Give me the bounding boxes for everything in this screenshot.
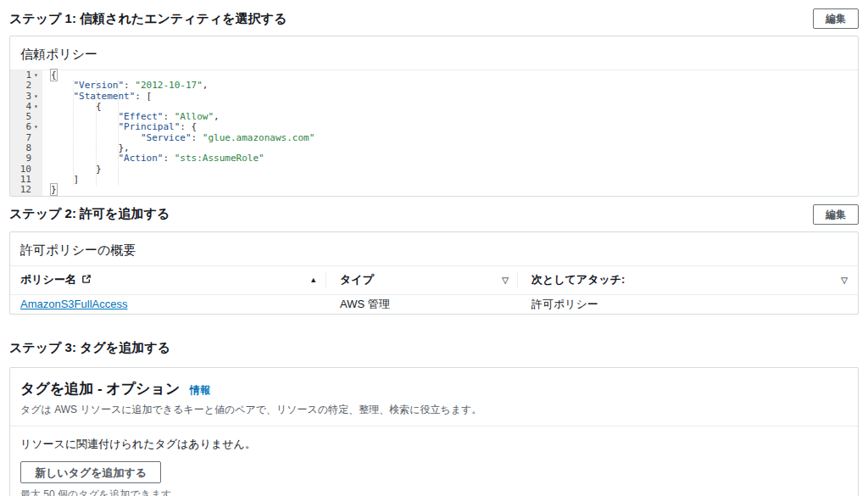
tags-card: タグを追加 - オプション 情報 タグは AWS リソースに追加できるキーと値の… [9, 367, 859, 496]
policy-attached-as-cell: 許可ポリシー [531, 297, 848, 312]
column-header-type[interactable]: タイプ ▽ [340, 272, 518, 287]
column-label: 次としてアタッチ: [531, 272, 625, 287]
fold-arrow-icon[interactable]: ▾ [33, 70, 42, 81]
step1-heading: ステップ 1: 信頼されたエンティティを選択する [9, 11, 287, 27]
info-link[interactable]: 情報 [190, 384, 210, 396]
column-header-policy-name[interactable]: ポリシー名 ▲ [20, 272, 326, 287]
code-lines: 1▾{2 "Version": "2012-10-17",3▾ "Stateme… [10, 70, 858, 196]
code-line: 11 ] [10, 175, 858, 185]
editor-gutter-cell: 9 [10, 153, 42, 164]
code-line: 3▾ "Statement": [ [10, 92, 858, 102]
fold-arrow-icon[interactable]: ▾ [33, 102, 42, 112]
line-number: 2 [25, 81, 33, 91]
tags-description: タグは AWS リソースに追加できるキーと値のペアで、リソースの特定、整理、検索… [20, 403, 848, 417]
policy-type-cell: AWS 管理 [340, 297, 518, 312]
step2-edit-button[interactable]: 編集 [813, 204, 859, 225]
tags-card-header: タグを追加 - オプション 情報 タグは AWS リソースに追加できるキーと値の… [10, 368, 858, 426]
trust-policy-card: 信頼ポリシー 1▾{2 "Version": "2012-10-17",3▾ "… [9, 36, 859, 197]
editor-gutter-cell: 2 [10, 81, 42, 91]
fold-arrow-icon[interactable]: ▾ [33, 92, 42, 102]
filter-icon[interactable]: ▽ [502, 276, 509, 285]
tags-limit-note: 最大 50 個のタグを追加できます。 [20, 488, 848, 496]
line-number: 9 [25, 153, 33, 164]
column-label: ポリシー名 [20, 272, 76, 287]
code-text: } [42, 185, 57, 195]
step3-heading: ステップ 3: タグを追加する [9, 340, 859, 356]
tags-empty-message: リソースに関連付けられたタグはありません。 [20, 437, 848, 452]
step2-heading: ステップ 2: 許可を追加する [9, 206, 170, 222]
policy-name-link[interactable]: AmazonS3FullAccess [20, 298, 127, 310]
policy-table-header: ポリシー名 ▲ タイプ ▽ 次としてアタッチ: ▽ [10, 266, 858, 295]
filter-icon[interactable]: ▽ [841, 276, 848, 285]
code-line: 7 "Service": "glue.amazonaws.com" [10, 133, 858, 143]
column-label: タイプ [340, 272, 374, 287]
sort-ascending-icon[interactable]: ▲ [309, 276, 317, 284]
indent-guide [118, 81, 119, 186]
code-line: 9 "Action": "sts:AssumeRole" [10, 153, 858, 164]
add-new-tag-button[interactable]: 新しいタグを追加する [20, 461, 161, 483]
trust-policy-editor[interactable]: 1▾{2 "Version": "2012-10-17",3▾ "Stateme… [10, 70, 858, 196]
external-link-icon [81, 274, 92, 287]
line-number: 12 [20, 185, 33, 195]
indent-guide [73, 81, 74, 186]
column-header-attached-as[interactable]: 次としてアタッチ: ▽ [531, 272, 848, 287]
editor-gutter-cell: 6▾ [10, 122, 42, 132]
code-line: 10 } [10, 164, 858, 175]
code-line: 12} [10, 185, 858, 195]
review-page: ステップ 1: 信頼されたエンティティを選択する 編集 信頼ポリシー 1▾{2 … [0, 0, 868, 496]
tags-card-body: リソースに関連付けられたタグはありません。 新しいタグを追加する 最大 50 個… [10, 426, 858, 496]
step1-header: ステップ 1: 信頼されたエンティティを選択する 編集 [9, 8, 859, 29]
policy-table-body: AmazonS3FullAccessAWS 管理許可ポリシー [10, 295, 858, 314]
permissions-title: 許可ポリシーの概要 [10, 232, 858, 266]
permissions-card: 許可ポリシーの概要 ポリシー名 ▲ タイプ ▽ [9, 231, 859, 315]
editor-gutter-cell: 12 [10, 185, 42, 195]
line-number: 6 [25, 122, 33, 132]
policy-table-row: AmazonS3FullAccessAWS 管理許可ポリシー [10, 295, 858, 314]
step1-edit-button[interactable]: 編集 [813, 8, 859, 29]
fold-arrow-icon[interactable]: ▾ [33, 122, 42, 132]
indent-guide [96, 81, 97, 186]
trust-policy-title: 信頼ポリシー [10, 36, 858, 70]
tags-title: タグを追加 - オプション [20, 381, 180, 397]
step2-header: ステップ 2: 許可を追加する 編集 [9, 204, 859, 225]
